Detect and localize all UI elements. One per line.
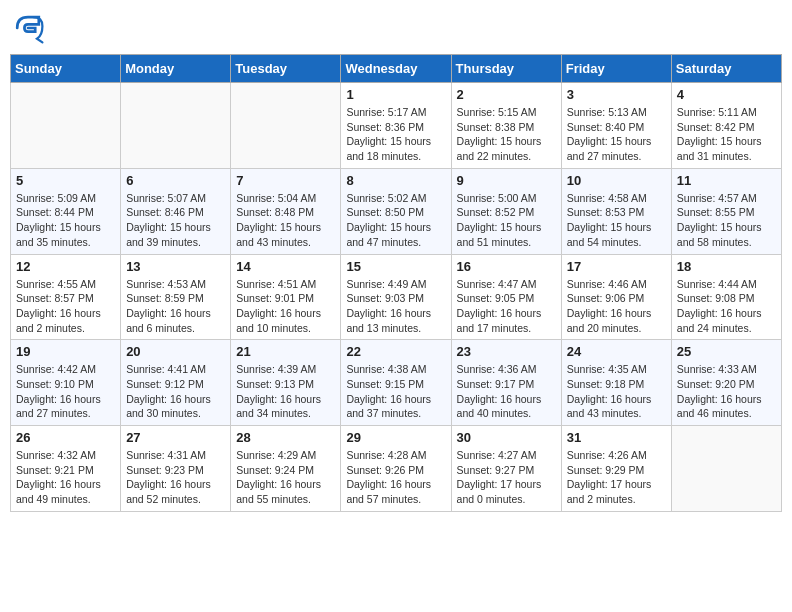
calendar-cell: 27Sunrise: 4:31 AMSunset: 9:23 PMDayligh… [121,426,231,512]
day-number: 14 [236,259,335,274]
calendar-cell: 26Sunrise: 4:32 AMSunset: 9:21 PMDayligh… [11,426,121,512]
calendar-cell: 14Sunrise: 4:51 AMSunset: 9:01 PMDayligh… [231,254,341,340]
header [10,10,782,46]
day-number: 3 [567,87,666,102]
day-info: Sunrise: 4:31 AMSunset: 9:23 PMDaylight:… [126,448,225,507]
day-number: 6 [126,173,225,188]
day-info: Sunrise: 4:49 AMSunset: 9:03 PMDaylight:… [346,277,445,336]
day-number: 7 [236,173,335,188]
day-number: 4 [677,87,776,102]
day-info: Sunrise: 5:11 AMSunset: 8:42 PMDaylight:… [677,105,776,164]
day-number: 23 [457,344,556,359]
day-info: Sunrise: 4:32 AMSunset: 9:21 PMDaylight:… [16,448,115,507]
calendar-cell: 1Sunrise: 5:17 AMSunset: 8:36 PMDaylight… [341,83,451,169]
day-info: Sunrise: 4:29 AMSunset: 9:24 PMDaylight:… [236,448,335,507]
day-number: 13 [126,259,225,274]
day-info: Sunrise: 4:28 AMSunset: 9:26 PMDaylight:… [346,448,445,507]
calendar-cell: 24Sunrise: 4:35 AMSunset: 9:18 PMDayligh… [561,340,671,426]
calendar: SundayMondayTuesdayWednesdayThursdayFrid… [10,54,782,512]
calendar-cell: 22Sunrise: 4:38 AMSunset: 9:15 PMDayligh… [341,340,451,426]
day-number: 31 [567,430,666,445]
calendar-cell: 16Sunrise: 4:47 AMSunset: 9:05 PMDayligh… [451,254,561,340]
calendar-cell: 4Sunrise: 5:11 AMSunset: 8:42 PMDaylight… [671,83,781,169]
day-number: 17 [567,259,666,274]
day-info: Sunrise: 5:00 AMSunset: 8:52 PMDaylight:… [457,191,556,250]
day-info: Sunrise: 4:36 AMSunset: 9:17 PMDaylight:… [457,362,556,421]
day-number: 8 [346,173,445,188]
day-info: Sunrise: 5:02 AMSunset: 8:50 PMDaylight:… [346,191,445,250]
day-info: Sunrise: 4:33 AMSunset: 9:20 PMDaylight:… [677,362,776,421]
calendar-cell: 2Sunrise: 5:15 AMSunset: 8:38 PMDaylight… [451,83,561,169]
calendar-cell: 21Sunrise: 4:39 AMSunset: 9:13 PMDayligh… [231,340,341,426]
day-info: Sunrise: 4:53 AMSunset: 8:59 PMDaylight:… [126,277,225,336]
day-number: 28 [236,430,335,445]
day-number: 29 [346,430,445,445]
day-number: 21 [236,344,335,359]
calendar-cell [671,426,781,512]
day-number: 2 [457,87,556,102]
day-number: 27 [126,430,225,445]
day-info: Sunrise: 4:35 AMSunset: 9:18 PMDaylight:… [567,362,666,421]
weekday-header-row: SundayMondayTuesdayWednesdayThursdayFrid… [11,55,782,83]
day-info: Sunrise: 4:58 AMSunset: 8:53 PMDaylight:… [567,191,666,250]
calendar-week-row: 12Sunrise: 4:55 AMSunset: 8:57 PMDayligh… [11,254,782,340]
calendar-cell: 29Sunrise: 4:28 AMSunset: 9:26 PMDayligh… [341,426,451,512]
logo-icon [10,10,46,46]
day-info: Sunrise: 4:38 AMSunset: 9:15 PMDaylight:… [346,362,445,421]
calendar-cell [231,83,341,169]
calendar-cell: 18Sunrise: 4:44 AMSunset: 9:08 PMDayligh… [671,254,781,340]
weekday-header: Tuesday [231,55,341,83]
day-info: Sunrise: 4:47 AMSunset: 9:05 PMDaylight:… [457,277,556,336]
calendar-cell: 30Sunrise: 4:27 AMSunset: 9:27 PMDayligh… [451,426,561,512]
weekday-header: Wednesday [341,55,451,83]
day-number: 1 [346,87,445,102]
calendar-cell: 5Sunrise: 5:09 AMSunset: 8:44 PMDaylight… [11,168,121,254]
calendar-cell: 12Sunrise: 4:55 AMSunset: 8:57 PMDayligh… [11,254,121,340]
calendar-cell: 28Sunrise: 4:29 AMSunset: 9:24 PMDayligh… [231,426,341,512]
calendar-cell: 9Sunrise: 5:00 AMSunset: 8:52 PMDaylight… [451,168,561,254]
calendar-cell: 11Sunrise: 4:57 AMSunset: 8:55 PMDayligh… [671,168,781,254]
day-info: Sunrise: 5:15 AMSunset: 8:38 PMDaylight:… [457,105,556,164]
calendar-cell [11,83,121,169]
weekday-header: Friday [561,55,671,83]
calendar-week-row: 1Sunrise: 5:17 AMSunset: 8:36 PMDaylight… [11,83,782,169]
day-number: 15 [346,259,445,274]
weekday-header: Sunday [11,55,121,83]
calendar-cell: 23Sunrise: 4:36 AMSunset: 9:17 PMDayligh… [451,340,561,426]
calendar-cell [121,83,231,169]
day-number: 20 [126,344,225,359]
day-info: Sunrise: 4:55 AMSunset: 8:57 PMDaylight:… [16,277,115,336]
calendar-cell: 3Sunrise: 5:13 AMSunset: 8:40 PMDaylight… [561,83,671,169]
calendar-cell: 13Sunrise: 4:53 AMSunset: 8:59 PMDayligh… [121,254,231,340]
calendar-week-row: 26Sunrise: 4:32 AMSunset: 9:21 PMDayligh… [11,426,782,512]
day-info: Sunrise: 5:09 AMSunset: 8:44 PMDaylight:… [16,191,115,250]
day-number: 5 [16,173,115,188]
calendar-cell: 20Sunrise: 4:41 AMSunset: 9:12 PMDayligh… [121,340,231,426]
calendar-cell: 15Sunrise: 4:49 AMSunset: 9:03 PMDayligh… [341,254,451,340]
day-number: 19 [16,344,115,359]
day-info: Sunrise: 4:39 AMSunset: 9:13 PMDaylight:… [236,362,335,421]
calendar-cell: 17Sunrise: 4:46 AMSunset: 9:06 PMDayligh… [561,254,671,340]
calendar-week-row: 19Sunrise: 4:42 AMSunset: 9:10 PMDayligh… [11,340,782,426]
day-info: Sunrise: 4:51 AMSunset: 9:01 PMDaylight:… [236,277,335,336]
day-number: 18 [677,259,776,274]
calendar-cell: 19Sunrise: 4:42 AMSunset: 9:10 PMDayligh… [11,340,121,426]
day-number: 10 [567,173,666,188]
day-number: 22 [346,344,445,359]
day-number: 25 [677,344,776,359]
calendar-cell: 25Sunrise: 4:33 AMSunset: 9:20 PMDayligh… [671,340,781,426]
day-info: Sunrise: 4:41 AMSunset: 9:12 PMDaylight:… [126,362,225,421]
day-info: Sunrise: 5:04 AMSunset: 8:48 PMDaylight:… [236,191,335,250]
calendar-cell: 8Sunrise: 5:02 AMSunset: 8:50 PMDaylight… [341,168,451,254]
day-info: Sunrise: 5:07 AMSunset: 8:46 PMDaylight:… [126,191,225,250]
day-number: 11 [677,173,776,188]
day-info: Sunrise: 4:42 AMSunset: 9:10 PMDaylight:… [16,362,115,421]
day-number: 26 [16,430,115,445]
day-info: Sunrise: 4:44 AMSunset: 9:08 PMDaylight:… [677,277,776,336]
day-number: 12 [16,259,115,274]
day-number: 24 [567,344,666,359]
weekday-header: Monday [121,55,231,83]
weekday-header: Thursday [451,55,561,83]
day-info: Sunrise: 4:57 AMSunset: 8:55 PMDaylight:… [677,191,776,250]
calendar-cell: 31Sunrise: 4:26 AMSunset: 9:29 PMDayligh… [561,426,671,512]
